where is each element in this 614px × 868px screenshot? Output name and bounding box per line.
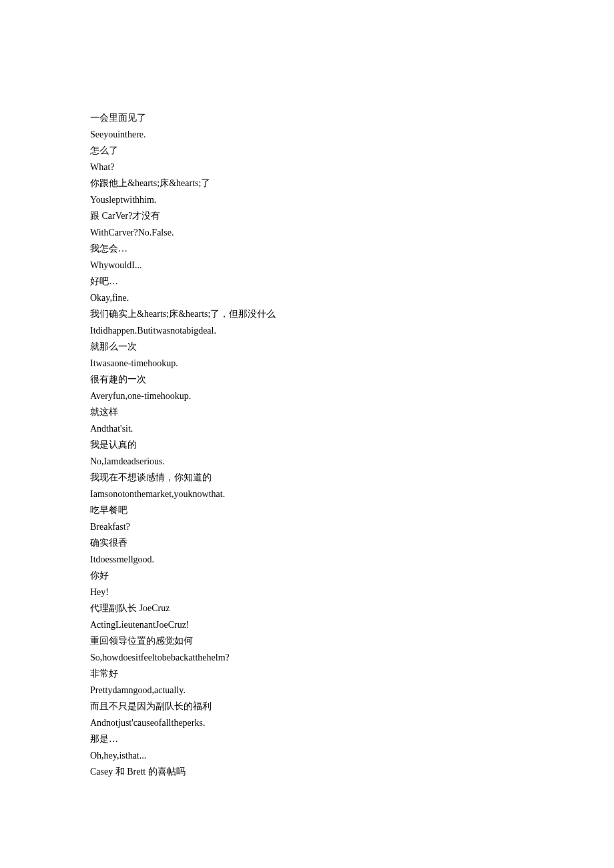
text-line: Itdidhappen.Butitwasnotabigdeal. [90, 323, 614, 340]
text-line: 我们确实上&hearts;床&hearts;了，但那没什么 [90, 306, 614, 323]
text-line: 就那么一次 [90, 339, 614, 356]
text-line: So,howdoesitfeeltobebackatthehelm? [90, 650, 614, 667]
text-line: Andnotjust'causeofalltheperks. [90, 715, 614, 732]
text-line: 非常好 [90, 666, 614, 683]
text-line: Breakfast? [90, 519, 614, 536]
text-line: 很有趣的一次 [90, 372, 614, 388]
text-line: Andthat'sit. [90, 421, 614, 438]
text-line: Yousleptwithhim. [90, 192, 614, 209]
text-line: 你好 [90, 568, 614, 584]
text-line: 重回领导位置的感觉如何 [90, 633, 614, 650]
text-line: What? [90, 159, 614, 176]
text-line: 你跟他上&hearts;床&hearts;了 [90, 175, 614, 192]
text-line: 而且不只是因为副队长的福利 [90, 699, 614, 715]
text-line: 确实很香 [90, 535, 614, 552]
text-line: Averyfun,one-timehookup. [90, 388, 614, 405]
text-line: 一会里面见了 [90, 110, 614, 127]
document-body: 一会里面见了Seeyouinthere.怎么了What?你跟他上&hearts;… [90, 110, 614, 781]
text-line: 我现在不想谈感情，你知道的 [90, 470, 614, 486]
text-line: 那是… [90, 731, 614, 748]
text-line: Casey 和 Brett 的喜帖吗 [90, 764, 614, 781]
text-line: Itwasaone-timehookup. [90, 356, 614, 372]
text-line: 代理副队长 JoeCruz [90, 600, 614, 617]
text-line: 吃早餐吧 [90, 502, 614, 519]
text-line: 我怎会… [90, 241, 614, 258]
text-line: Prettydamngood,actually. [90, 683, 614, 699]
text-line: No,Iamdeadserious. [90, 454, 614, 470]
text-line: Okay,fine. [90, 290, 614, 307]
text-line: Hey! [90, 584, 614, 601]
text-line: 怎么了 [90, 143, 614, 159]
text-line: 好吧… [90, 274, 614, 290]
text-line: Itdoessmellgood. [90, 552, 614, 568]
text-line: Iamsonotonthemarket,youknowthat. [90, 486, 614, 503]
text-line: Oh,hey,isthat... [90, 748, 614, 765]
text-line: 跟 CarVer?才没有 [90, 208, 614, 225]
text-line: WithCarver?No.False. [90, 225, 614, 242]
text-line: 我是认真的 [90, 437, 614, 454]
text-line: ActingLieutenantJoeCruz! [90, 617, 614, 634]
text-line: WhywouldI... [90, 258, 614, 274]
text-line: Seeyouinthere. [90, 127, 614, 143]
text-line: 就这样 [90, 404, 614, 421]
